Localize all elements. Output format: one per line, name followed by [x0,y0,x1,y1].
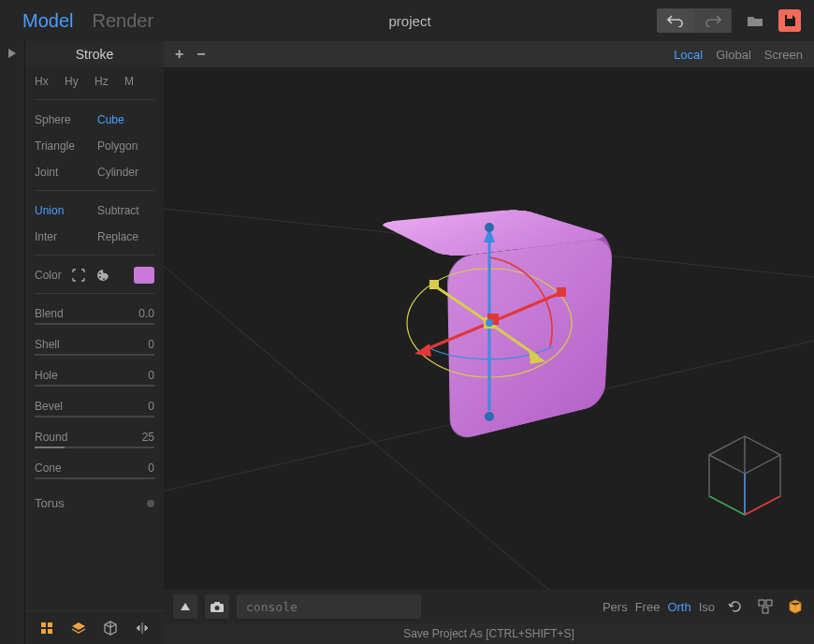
add-button[interactable]: + [175,46,183,63]
proj-pers[interactable]: Pers [603,600,628,614]
slider-cone[interactable]: Cone0 [35,461,154,475]
camera-button[interactable] [205,594,229,619]
color-row: Color [35,267,154,284]
viewport[interactable] [164,67,814,590]
navigation-cube[interactable] [698,427,792,520]
console-input[interactable] [237,594,421,619]
open-button[interactable] [741,8,769,33]
palette-icon[interactable] [95,268,110,283]
space-screen[interactable]: Screen [764,48,803,62]
shape-cube[interactable]: Cube [92,111,154,128]
save-icon [783,14,796,27]
cube-icon [789,599,802,614]
cube-object[interactable] [405,228,574,397]
svg-rect-30 [759,600,764,606]
object-button[interactable] [786,597,805,616]
slider-value: 0.0 [138,307,154,320]
camera-icon [210,601,225,612]
op-subtract[interactable]: Subtract [92,202,154,219]
status-bar: Pers Free Orth Iso [164,590,814,623]
proj-free[interactable]: Free [635,600,661,614]
color-swatch[interactable] [134,267,154,284]
shape-triangle[interactable]: Triangle [35,138,92,154]
slider-track[interactable] [35,354,154,356]
footer-layers-icon[interactable] [69,619,88,637]
shape-polygon[interactable]: Polygon [92,138,154,154]
footer-cube-icon[interactable] [101,619,120,637]
slider-label: Blend [35,307,64,320]
triangle-up-icon [180,602,191,611]
slider-label: Round [35,431,67,444]
color-scope-icon[interactable] [71,268,86,283]
slider-value: 0 [148,461,154,475]
slider-track[interactable] [35,416,154,417]
redo-button[interactable] [694,8,732,33]
slider-track[interactable] [35,477,154,479]
slider-value: 0 [148,338,154,351]
sidepanel-footer [25,610,164,644]
axis-hx[interactable]: Hx [35,73,65,90]
stroke-panel: Stroke Hx Hy Hz M Sphere Cube Triangle P… [25,41,164,644]
collapse-toggle[interactable] [4,45,21,62]
svg-rect-3 [41,622,46,627]
footer-grid-icon[interactable] [37,619,56,637]
folder-icon [747,14,763,27]
torus-section[interactable]: Torus [35,496,154,510]
space-local[interactable]: Local [674,48,703,62]
project-title: project [163,13,657,29]
top-bar: Model Render project [0,0,814,41]
remove-button[interactable]: − [196,46,205,63]
svg-line-25 [709,496,745,515]
slider-track[interactable] [35,323,154,325]
slider-track[interactable] [35,446,154,448]
slider-hole[interactable]: Hole0 [35,369,154,382]
axis-mode-row: Hx Hy Hz M [35,73,154,90]
svg-rect-32 [763,607,768,613]
shape-joint[interactable]: Joint [35,164,92,181]
svg-line-26 [745,496,780,515]
slider-round[interactable]: Round25 [35,431,154,444]
svg-rect-5 [41,629,46,634]
shape-sphere[interactable]: Sphere [35,111,92,128]
space-global[interactable]: Global [716,48,751,62]
hint-bar: Save Project As [CTRL+SHIFT+S] [164,623,814,644]
refresh-icon [728,599,743,614]
axis-hz[interactable]: Hz [94,73,124,90]
slider-value: 25 [142,431,154,444]
slider-label: Bevel [35,400,63,413]
op-replace[interactable]: Replace [92,228,154,245]
torus-label: Torus [35,496,65,510]
axis-hy[interactable]: Hy [65,73,94,90]
boxes-icon [758,599,773,614]
svg-rect-28 [214,602,220,605]
undo-icon [667,14,684,27]
footer-mirror-icon[interactable] [133,619,152,637]
svg-rect-4 [48,622,52,627]
op-inter[interactable]: Inter [35,228,92,245]
play-icon [7,48,17,59]
proj-iso[interactable]: Iso [699,600,715,614]
grid-button[interactable] [756,597,775,616]
tab-model[interactable]: Model [13,10,82,32]
svg-rect-31 [766,600,772,606]
stroke-panel-title: Stroke [25,41,164,67]
refresh-button[interactable] [726,597,745,616]
slider-blend[interactable]: Blend0.0 [35,307,154,320]
slider-shell[interactable]: Shell0 [35,338,154,351]
shape-cylinder[interactable]: Cylinder [92,164,154,181]
slider-bevel[interactable]: Bevel0 [35,400,154,413]
axis-m[interactable]: M [124,73,154,90]
slider-value: 0 [148,400,154,413]
collapse-strip [0,41,25,644]
viewport-toolbar: + − Local Global Screen [164,41,814,67]
top-actions [657,8,801,33]
tab-render[interactable]: Render [82,10,163,32]
proj-orth[interactable]: Orth [667,600,690,614]
svg-rect-6 [48,629,52,634]
svg-point-0 [99,272,101,274]
up-arrow-button[interactable] [173,594,197,619]
op-union[interactable]: Union [35,202,92,219]
undo-button[interactable] [657,8,694,33]
save-button[interactable] [778,9,801,32]
slider-track[interactable] [35,385,154,387]
